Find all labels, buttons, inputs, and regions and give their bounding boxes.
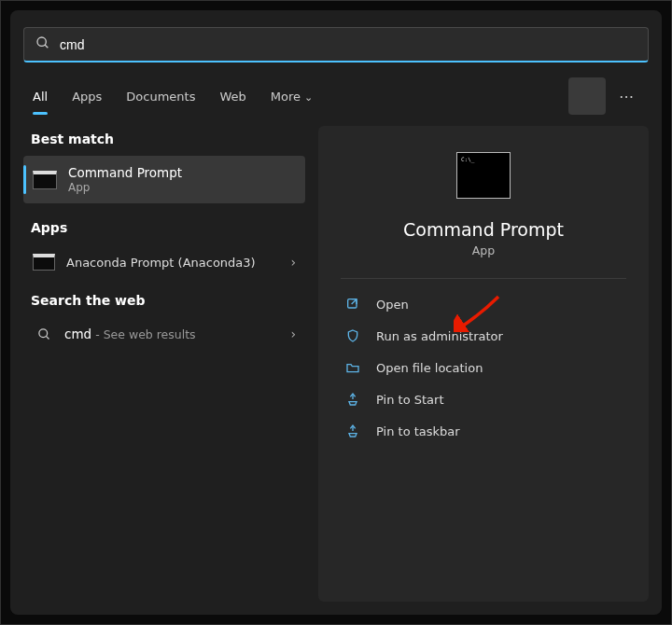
action-run-admin[interactable]: Run as administrator bbox=[341, 320, 626, 352]
web-result-item[interactable]: cmd - See web results › bbox=[23, 317, 305, 351]
pin-icon bbox=[344, 423, 361, 439]
app-preview-icon bbox=[456, 152, 511, 199]
web-suffix-text: - See web results bbox=[95, 327, 195, 341]
more-options-button[interactable]: ⋯ bbox=[615, 84, 639, 109]
tab-all[interactable]: All bbox=[33, 84, 48, 109]
chevron-down-icon: ⌄ bbox=[304, 91, 313, 104]
terminal-icon bbox=[33, 254, 55, 271]
user-avatar[interactable] bbox=[568, 77, 606, 115]
svg-point-2 bbox=[38, 328, 47, 337]
tab-apps[interactable]: Apps bbox=[72, 84, 102, 109]
search-bar[interactable] bbox=[23, 27, 649, 62]
chevron-right-icon: › bbox=[290, 326, 296, 341]
pin-icon bbox=[344, 391, 361, 408]
filter-tabs: All Apps Documents Web More⌄ ⋯ bbox=[10, 79, 662, 113]
tab-documents[interactable]: Documents bbox=[126, 84, 195, 109]
action-label: Open file location bbox=[376, 361, 483, 375]
action-pin-taskbar[interactable]: Pin to taskbar bbox=[341, 415, 626, 447]
action-label: Pin to taskbar bbox=[376, 424, 460, 438]
shield-admin-icon bbox=[344, 327, 361, 344]
search-input[interactable] bbox=[60, 37, 637, 52]
best-match-title: Command Prompt bbox=[68, 165, 182, 180]
detail-title: Command Prompt bbox=[341, 219, 626, 240]
folder-icon bbox=[344, 359, 361, 376]
start-search-panel: All Apps Documents Web More⌄ ⋯ Best matc… bbox=[10, 10, 662, 615]
web-query-text: cmd bbox=[64, 326, 91, 341]
tab-web[interactable]: Web bbox=[219, 84, 245, 109]
tab-more[interactable]: More⌄ bbox=[271, 84, 313, 109]
results-column: Best match Command Prompt App Apps Anaco… bbox=[10, 126, 318, 615]
svg-line-3 bbox=[46, 336, 49, 339]
detail-pane: Command Prompt App Open Run as administr… bbox=[318, 126, 649, 602]
svg-line-1 bbox=[45, 45, 48, 48]
action-label: Run as administrator bbox=[376, 329, 503, 343]
best-match-header: Best match bbox=[31, 132, 298, 146]
divider bbox=[341, 278, 626, 279]
action-label: Open bbox=[376, 298, 409, 312]
search-web-header: Search the web bbox=[31, 293, 298, 308]
action-label: Pin to Start bbox=[376, 393, 443, 407]
action-open-location[interactable]: Open file location bbox=[341, 352, 626, 383]
chevron-right-icon: › bbox=[290, 255, 296, 270]
best-match-subtitle: App bbox=[68, 181, 182, 194]
action-pin-start[interactable]: Pin to Start bbox=[341, 383, 626, 415]
action-open[interactable]: Open bbox=[341, 288, 626, 320]
apps-header: Apps bbox=[31, 220, 298, 235]
command-prompt-icon bbox=[33, 171, 57, 189]
svg-point-0 bbox=[37, 37, 46, 46]
app-result-item[interactable]: Anaconda Prompt (Anaconda3) › bbox=[23, 244, 305, 280]
app-result-title: Anaconda Prompt (Anaconda3) bbox=[66, 256, 256, 270]
search-icon bbox=[36, 326, 51, 341]
open-icon bbox=[344, 296, 361, 312]
best-match-item[interactable]: Command Prompt App bbox=[23, 156, 305, 203]
search-icon bbox=[35, 35, 50, 54]
detail-subtitle: App bbox=[341, 243, 626, 257]
